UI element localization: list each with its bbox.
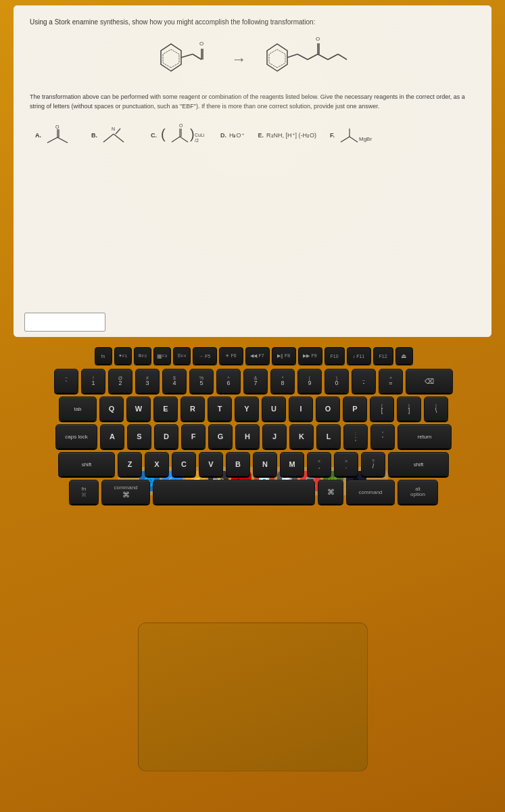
- key-8[interactable]: *8: [270, 369, 295, 393]
- key-3[interactable]: #3: [135, 369, 160, 393]
- key-f2[interactable]: ✲F2: [134, 347, 151, 365]
- key-slash[interactable]: ?/: [361, 452, 385, 476]
- reactant-molecule: O: [151, 34, 218, 85]
- key-k[interactable]: K: [289, 424, 314, 449]
- key-f3[interactable]: ▦F3: [153, 347, 171, 365]
- key-5[interactable]: %5: [189, 369, 214, 393]
- key-g[interactable]: G: [208, 424, 233, 449]
- svg-line-29: [180, 137, 188, 142]
- key-f5[interactable]: → F5: [193, 347, 217, 365]
- key-lbracket[interactable]: {[: [370, 397, 394, 421]
- key-shift-right[interactable]: shift: [388, 452, 449, 476]
- key-j[interactable]: J: [262, 424, 287, 449]
- key-f8[interactable]: ▶‖ F8: [272, 347, 296, 365]
- key-e[interactable]: E: [153, 397, 178, 421]
- key-period[interactable]: >.: [334, 452, 358, 476]
- key-d[interactable]: D: [154, 424, 178, 449]
- key-w[interactable]: W: [126, 397, 151, 421]
- key-backslash[interactable]: |\: [424, 397, 448, 421]
- key-7[interactable]: &7: [243, 369, 268, 393]
- key-m[interactable]: M: [280, 452, 304, 476]
- zxcv-row: shift Z X C V B N M <, >. ?/ shift: [18, 452, 489, 476]
- trackpad[interactable]: [138, 623, 368, 771]
- key-0[interactable]: )0: [324, 369, 349, 393]
- key-a[interactable]: A: [100, 424, 124, 449]
- reagent-B-label: B.: [91, 132, 97, 139]
- key-f[interactable]: F: [181, 424, 206, 449]
- key-f7[interactable]: ◀◀ F7: [245, 347, 270, 365]
- key-n[interactable]: N: [253, 452, 277, 476]
- key-f6[interactable]: ☀ F6: [219, 347, 243, 365]
- key-s[interactable]: S: [127, 424, 151, 449]
- key-caps[interactable]: caps lock: [55, 424, 97, 449]
- key-f11[interactable]: ♪ F11: [347, 347, 371, 365]
- fn-key-row: fn ✦F1 ✲F2 ▦F3 ⠿F4 → F5 ☀ F6 ◀◀ F7 ▶‖ F8…: [18, 347, 489, 365]
- key-o[interactable]: O: [316, 397, 340, 421]
- key-f4[interactable]: ⠿F4: [173, 347, 191, 365]
- key-u[interactable]: U: [262, 397, 286, 421]
- bottom-row: fn ⌘ command ⌘ ⌘ command alt option: [18, 480, 489, 504]
- key-r[interactable]: R: [181, 397, 205, 421]
- key-return[interactable]: return: [398, 424, 452, 449]
- key-x[interactable]: X: [145, 452, 169, 476]
- svg-line-3: [193, 54, 201, 60]
- key-option-right[interactable]: alt option: [398, 480, 438, 504]
- key-f10[interactable]: F10: [324, 347, 345, 365]
- key-h[interactable]: H: [235, 424, 260, 449]
- key-fn-bottom[interactable]: fn ⌘: [69, 480, 99, 504]
- chemistry-diagram: O →: [30, 34, 475, 85]
- key-equals[interactable]: +=: [379, 369, 403, 393]
- key-backtick[interactable]: ~`: [54, 369, 78, 393]
- key-rbracket[interactable]: }]: [397, 397, 421, 421]
- key-f9[interactable]: ▶▶ F9: [298, 347, 322, 365]
- key-fn[interactable]: fn: [95, 347, 112, 365]
- key-power[interactable]: ⏏: [395, 347, 413, 365]
- answer-input-box[interactable]: [24, 313, 105, 332]
- key-6[interactable]: ^6: [216, 369, 241, 393]
- key-2[interactable]: @2: [108, 369, 133, 393]
- key-z[interactable]: Z: [118, 452, 142, 476]
- svg-marker-8: [269, 49, 285, 68]
- svg-line-14: [338, 54, 347, 60]
- question-header: Using a Stork enamine synthesis, show ho…: [30, 18, 475, 27]
- key-cmd-symbol-right[interactable]: ⌘: [318, 480, 343, 504]
- screen-area: Using a Stork enamine synthesis, show ho…: [14, 5, 491, 337]
- key-v[interactable]: V: [199, 452, 223, 476]
- key-p[interactable]: P: [343, 397, 367, 421]
- asdf-row: caps lock A S D F G H J K L :; "' return: [18, 424, 489, 449]
- key-backspace[interactable]: ⌫: [406, 369, 453, 393]
- key-t[interactable]: T: [208, 397, 232, 421]
- key-comma[interactable]: <,: [307, 452, 331, 476]
- key-9[interactable]: (9: [297, 369, 322, 393]
- key-q[interactable]: Q: [99, 397, 124, 421]
- key-command-right[interactable]: command: [346, 480, 395, 504]
- key-i[interactable]: I: [289, 397, 313, 421]
- key-tab[interactable]: tab: [59, 397, 97, 421]
- laptop-body: Using a Stork enamine synthesis, show ho…: [0, 0, 505, 812]
- svg-line-23: [103, 134, 114, 142]
- key-space[interactable]: [153, 480, 315, 504]
- svg-line-12: [318, 54, 328, 60]
- key-shift-left[interactable]: shift: [58, 452, 115, 476]
- svg-text:): ): [190, 127, 195, 141]
- reagent-E-structure: R₂NH, [H⁺] (-H₂O): [266, 132, 316, 139]
- reagent-F: F. MgBr: [330, 122, 378, 149]
- key-minus[interactable]: _-: [352, 369, 376, 393]
- reagent-D-structure: H₃O⁺: [229, 132, 245, 139]
- key-f1[interactable]: ✦F1: [114, 347, 132, 365]
- product-molecule: O: [260, 34, 355, 85]
- key-command-left[interactable]: command ⌘: [101, 480, 150, 504]
- key-semicolon[interactable]: :;: [343, 424, 368, 449]
- key-f12[interactable]: F12: [373, 347, 393, 365]
- key-4[interactable]: $4: [162, 369, 187, 393]
- reagent-B: B. N: [91, 122, 137, 149]
- svg-text:/2: /2: [195, 138, 199, 143]
- key-b[interactable]: B: [226, 452, 250, 476]
- key-y[interactable]: Y: [235, 397, 259, 421]
- key-l[interactable]: L: [316, 424, 341, 449]
- keyboard: fn ✦F1 ✲F2 ▦F3 ⠿F4 → F5 ☀ F6 ◀◀ F7 ▶‖ F8…: [14, 342, 494, 513]
- svg-text:MgBr: MgBr: [359, 136, 372, 142]
- key-c[interactable]: C: [172, 452, 196, 476]
- key-quote[interactable]: "': [370, 424, 395, 449]
- key-1[interactable]: !1: [81, 369, 105, 393]
